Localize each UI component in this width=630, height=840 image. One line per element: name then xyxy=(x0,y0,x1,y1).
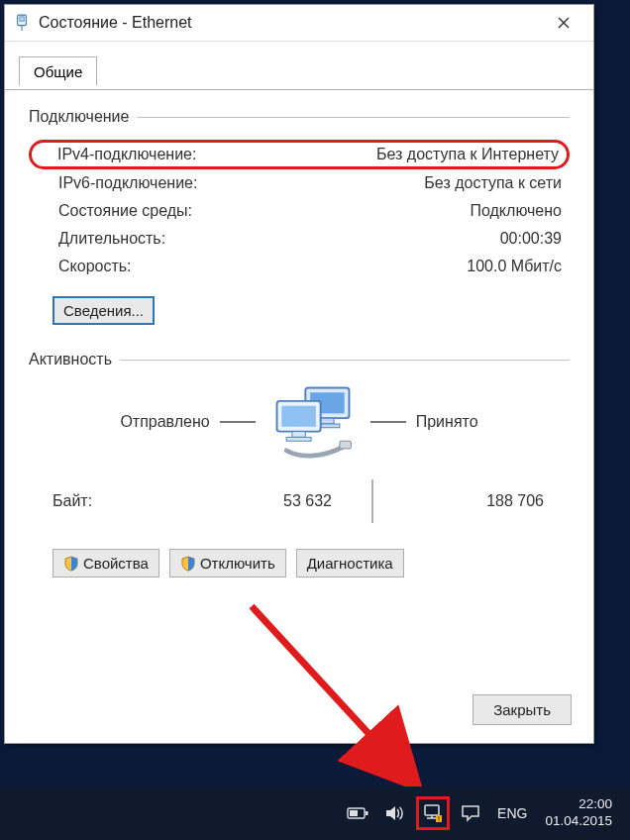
duration-label: Длительность: xyxy=(58,230,165,248)
tray-network-icon[interactable]: ! xyxy=(416,796,450,830)
tabs: Общие xyxy=(5,55,593,90)
speed-label: Скорость: xyxy=(58,258,132,275)
taskbar: ! ENG 22:00 01.04.2015 xyxy=(0,787,630,840)
ipv4-label: IPv4-подключение: xyxy=(57,146,196,163)
row-media: Состояние среды: Подключено xyxy=(29,197,570,225)
disable-button-label: Отключить xyxy=(200,555,275,572)
tray-battery-icon[interactable] xyxy=(341,796,374,830)
diagnose-button-label: Диагностика xyxy=(307,555,393,572)
media-label: Состояние среды: xyxy=(58,202,192,220)
panel-body: Подключение IPv4-подключение: Без доступ… xyxy=(5,90,593,587)
close-button[interactable]: Закрыть xyxy=(472,694,572,725)
row-duration: Длительность: 00:00:39 xyxy=(29,225,570,253)
activity-body: Отправлено xyxy=(29,382,570,462)
close-button-label: Закрыть xyxy=(493,701,551,718)
properties-button-label: Свойства xyxy=(83,555,149,572)
svg-rect-13 xyxy=(340,441,352,449)
titlebar[interactable]: Состояние - Ethernet xyxy=(5,5,593,42)
svg-rect-18 xyxy=(425,805,439,815)
ipv6-label: IPv6-подключение: xyxy=(58,174,197,192)
tray-clock[interactable]: 22:00 01.04.2015 xyxy=(535,796,622,830)
duration-value: 00:00:39 xyxy=(500,230,562,248)
footer: Закрыть xyxy=(472,694,572,725)
media-value: Подключено xyxy=(470,202,562,220)
sent-label: Отправлено xyxy=(120,413,209,431)
action-buttons: Свойства Отключить Диагностика xyxy=(52,549,570,578)
row-ipv4: IPv4-подключение: Без доступа к Интернет… xyxy=(29,140,570,169)
bytes-separator xyxy=(371,479,373,523)
recv-label: Принято xyxy=(416,413,478,431)
svg-rect-16 xyxy=(366,811,368,815)
computers-icon xyxy=(265,382,361,462)
group-connection-label: Подключение xyxy=(29,108,129,126)
group-activity: Активность Отправлено xyxy=(29,351,570,523)
group-connection: Подключение IPv4-подключение: Без доступ… xyxy=(29,108,570,325)
svg-rect-10 xyxy=(281,406,316,427)
row-speed: Скорость: 100.0 Мбит/с xyxy=(29,253,570,280)
properties-button[interactable]: Свойства xyxy=(52,549,159,578)
group-activity-header: Активность xyxy=(29,351,570,368)
tab-general[interactable]: Общие xyxy=(19,56,97,86)
dash-left xyxy=(220,421,256,423)
diagnose-button[interactable]: Диагностика xyxy=(296,549,404,578)
bytes-row: Байт: 53 632 188 706 xyxy=(29,479,570,523)
ethernet-icon xyxy=(13,12,31,34)
svg-rect-17 xyxy=(350,810,358,816)
tray-date: 01.04.2015 xyxy=(545,813,612,830)
svg-rect-7 xyxy=(320,418,333,424)
close-window-button[interactable] xyxy=(542,9,585,37)
divider xyxy=(137,117,570,118)
ipv6-value: Без доступа к сети xyxy=(424,174,562,192)
tray-time: 22:00 xyxy=(545,796,612,813)
ipv4-value: Без доступа к Интернету xyxy=(376,146,559,163)
bytes-label: Байт: xyxy=(52,492,181,510)
svg-text:!: ! xyxy=(438,815,440,822)
details-button-label: Сведения... xyxy=(63,302,144,319)
tray-action-center-icon[interactable] xyxy=(454,796,487,830)
tray-volume-icon[interactable] xyxy=(378,796,412,830)
close-icon xyxy=(558,17,570,29)
divider xyxy=(120,360,570,361)
row-ipv6: IPv6-подключение: Без доступа к сети xyxy=(29,169,570,197)
shield-icon xyxy=(180,556,196,572)
bytes-recv: 188 706 xyxy=(393,492,564,510)
svg-rect-1 xyxy=(20,17,24,21)
disable-button[interactable]: Отключить xyxy=(169,549,286,578)
bytes-sent: 53 632 xyxy=(181,492,352,510)
svg-rect-11 xyxy=(292,432,305,438)
group-activity-label: Активность xyxy=(29,351,112,368)
window-title: Состояние - Ethernet xyxy=(39,14,542,32)
dash-right xyxy=(370,421,406,423)
speed-value: 100.0 Мбит/с xyxy=(467,258,562,275)
ethernet-status-window: Состояние - Ethernet Общие Подключение I… xyxy=(4,4,594,744)
details-button[interactable]: Сведения... xyxy=(52,296,155,325)
tray-language[interactable]: ENG xyxy=(489,805,535,821)
shield-icon xyxy=(63,556,79,572)
svg-rect-12 xyxy=(286,437,311,441)
group-connection-header: Подключение xyxy=(29,108,570,126)
